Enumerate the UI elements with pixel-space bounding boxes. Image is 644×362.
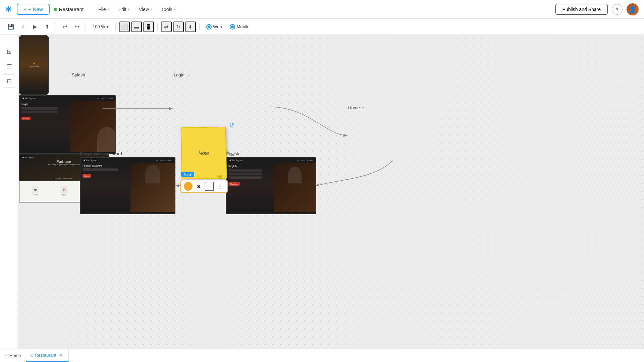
note-style-s-button[interactable]: S xyxy=(194,182,203,191)
zoom-control[interactable]: 100 % ▾ xyxy=(89,23,112,31)
components-panel-button[interactable]: ⊡ xyxy=(3,74,16,88)
secondary-toolbar: 💾 ✓ ▶ ⬆ ↩ ↪ 100 % ▾ ⬜ ▬ 📱 ⇄ ↻ ⬇ Web Mobi… xyxy=(0,19,644,35)
project-status-dot xyxy=(54,8,57,11)
menu-tools[interactable]: Tools ▾ xyxy=(157,5,179,14)
publish-share-button[interactable]: Publish and Share xyxy=(555,4,608,15)
export-button[interactable]: ⬆ xyxy=(42,21,52,32)
more-icon: ⋮ xyxy=(217,183,223,190)
save-button[interactable]: 💾 xyxy=(5,21,16,32)
user-avatar[interactable]: 👤 xyxy=(627,3,639,15)
forgot-screen-content: ✱ Au Tagore IniMenuContact Recover passw… xyxy=(80,158,175,214)
left-sidebar: ··· ⊞ ☰ ⊡ xyxy=(0,35,19,349)
menu-edit[interactable]: Edit ▾ xyxy=(114,5,133,14)
note-toolbar: S □ ⋮ xyxy=(180,180,228,193)
help-button[interactable]: ? xyxy=(612,4,623,15)
forgot-screen-label: Forgot your password xyxy=(80,151,122,156)
canvas-area[interactable]: Splash ✱Restaurant Login → ✱ Au Tagore I… xyxy=(19,35,644,349)
refresh-icon[interactable]: ↺ xyxy=(228,121,233,128)
menu-file[interactable]: File ▾ xyxy=(94,5,113,14)
chevron-down-icon: ▾ xyxy=(150,7,152,11)
toolbar-separator xyxy=(157,23,158,31)
menu-view[interactable]: View ▾ xyxy=(135,5,156,14)
web-label: Web xyxy=(213,24,222,29)
toolbar-separator xyxy=(56,23,56,31)
chevron-down-icon: ▾ xyxy=(107,7,109,11)
note-more-button[interactable]: ⋮ xyxy=(215,182,225,191)
splash-screen-content: ✱Restaurant xyxy=(20,36,48,94)
forgot-screen-frame[interactable]: ✱ Au Tagore IniMenuContact Recover passw… xyxy=(80,157,175,214)
main-menu: File ▾ Edit ▾ View ▾ Tools ▾ xyxy=(94,5,179,14)
login-screen-content: ✱ Au Tagore IniMenuContact Login Login xyxy=(19,96,115,153)
tab-home[interactable]: ⌂ Home xyxy=(0,349,26,362)
home-tab-label: Home xyxy=(9,353,21,358)
note-frame-button[interactable]: □ xyxy=(205,182,214,191)
web-check-icon xyxy=(206,24,212,29)
bottom-tab-bar: ⌂ Home □ Restaurant × xyxy=(0,349,644,362)
note-color-button[interactable] xyxy=(184,182,193,191)
login-link-icon: → xyxy=(186,72,191,77)
register-screen-frame[interactable]: ✱ Au Tagore IniMenuContact Register Regi… xyxy=(226,157,316,214)
login-screen-frame[interactable]: ✱ Au Tagore IniMenuContact Login Login xyxy=(19,95,116,154)
splash-screen-label: Splash xyxy=(72,72,85,77)
drag-handle: ··· xyxy=(6,38,12,42)
chevron-down-icon: ▾ xyxy=(128,7,129,11)
mobile-preview-option[interactable]: Mobile xyxy=(226,23,253,31)
tab-close-button[interactable]: × xyxy=(58,353,64,358)
home-screen-label: Home ⌂ xyxy=(348,105,365,110)
plus-icon: + xyxy=(23,6,26,12)
check-button[interactable]: ✓ xyxy=(17,21,28,32)
web-preview-option[interactable]: Web xyxy=(203,23,225,31)
home-tab-icon: ⌂ xyxy=(5,353,7,358)
register-screen-label: Register xyxy=(226,151,242,156)
top-navbar: ✱ + + New Restaurant File ▾ Edit ▾ View … xyxy=(0,0,644,19)
splash-screen-frame[interactable]: ✱Restaurant xyxy=(19,35,49,95)
tab-restaurant[interactable]: □ Restaurant × xyxy=(26,349,69,362)
project-name-text: Restaurant xyxy=(59,6,84,12)
toolbar-separator xyxy=(199,23,200,31)
home-icon: ⌂ xyxy=(362,105,365,110)
new-button[interactable]: + + New xyxy=(17,4,50,15)
zoom-value: 100 % xyxy=(93,24,105,29)
desktop-device-button[interactable]: ⬜ xyxy=(119,21,130,32)
app-logo: ✱ xyxy=(5,5,11,14)
mobile-device-button[interactable]: 📱 xyxy=(143,21,154,32)
layers-panel-button[interactable]: ☰ xyxy=(3,60,16,73)
rotate-button[interactable]: ↻ xyxy=(173,21,184,32)
download-button[interactable]: ⬇ xyxy=(185,21,196,32)
restaurant-tab-icon: □ xyxy=(31,353,33,357)
mobile-label: Mobile xyxy=(236,24,249,29)
register-screen-content: ✱ Au Tagore IniMenuContact Register Regi… xyxy=(226,158,316,214)
toolbar-separator xyxy=(86,23,86,31)
tablet-landscape-button[interactable]: ▬ xyxy=(131,21,142,32)
preview-button[interactable]: ▶ xyxy=(30,21,40,32)
redo-button[interactable]: ↪ xyxy=(71,21,82,32)
chevron-down-icon: ▾ xyxy=(174,7,175,11)
note-label-badge: Note xyxy=(181,172,194,177)
mobile-check-icon xyxy=(230,24,235,29)
undo-button[interactable]: ↩ xyxy=(59,21,70,32)
restaurant-tab-label: Restaurant xyxy=(35,353,56,358)
new-button-label: + New xyxy=(29,6,43,12)
swap-screens-button[interactable]: ⇄ xyxy=(161,21,172,32)
toolbar-separator xyxy=(115,23,116,31)
login-screen-label: Login → xyxy=(174,72,191,77)
pages-panel-button[interactable]: ⊞ xyxy=(3,45,16,58)
note-text: Note xyxy=(199,150,209,156)
chevron-down-icon: ▾ xyxy=(106,24,109,29)
project-name: Restaurant xyxy=(54,6,84,12)
square-icon: □ xyxy=(208,183,211,189)
